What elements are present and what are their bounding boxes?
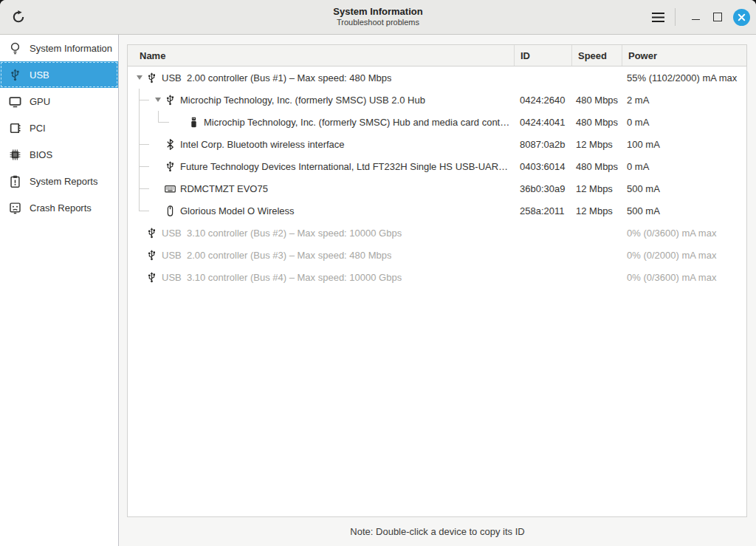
device-power: 0 mA: [622, 111, 746, 133]
expander-arrow: [152, 133, 164, 155]
footer-note: Note: Double-click a device to copy its …: [119, 517, 756, 546]
display-icon: [9, 95, 21, 108]
device-row[interactable]: Intel Corp. Bluetooth wireless interface…: [128, 133, 746, 155]
device-id: 36b0:30a9: [515, 177, 572, 199]
device-id: 258a:2011: [515, 199, 572, 222]
device-power: 500 mA: [622, 199, 746, 222]
device-speed: 480 Mbps: [572, 89, 622, 111]
table-header: Name ID Speed Power: [128, 45, 746, 66]
device-name: Microchip Technology, Inc. (formerly SMS…: [180, 95, 425, 106]
usb-icon: [145, 227, 157, 239]
device-name-cell: USB 3.10 controller (Bus #2) – Max speed…: [128, 222, 515, 244]
tree-connector-line: [140, 188, 149, 189]
maximize-button[interactable]: [708, 7, 727, 27]
mouse-icon: [164, 205, 176, 216]
tree-connector-line: [140, 144, 149, 145]
tree-connector-line: [139, 89, 140, 111]
device-power: 0% (0/3600) mA max: [622, 222, 746, 244]
window-title: System Information: [333, 7, 422, 18]
device-name-cell: USB 2.00 controller (Bus #1) – Max speed…: [128, 66, 515, 89]
main-pane: Name ID Speed Power USB 2.00 controller …: [119, 35, 756, 546]
device-speed: 12 Mbps: [572, 133, 622, 155]
expander-arrow: [152, 177, 164, 199]
keyboard-icon: [164, 182, 176, 194]
device-table: Name ID Speed Power USB 2.00 controller …: [127, 44, 747, 517]
device-power: 100 mA: [622, 133, 746, 155]
sidebar-item-crash-reports[interactable]: Crash Reports: [0, 194, 118, 221]
device-name-cell: Intel Corp. Bluetooth wireless interface: [128, 133, 515, 155]
device-power: 2 mA: [622, 89, 746, 111]
device-speed: [572, 66, 622, 89]
device-name: USB 3.10 controller (Bus #2) – Max speed…: [162, 228, 402, 239]
sidebar-item-pci[interactable]: PCI: [0, 115, 118, 141]
refresh-icon: [11, 10, 26, 24]
column-header-id[interactable]: ID: [515, 45, 572, 66]
device-name: USB 2.00 controller (Bus #3) – Max speed…: [162, 250, 391, 261]
tree-connector-line: [140, 100, 149, 100]
expander-arrow: [152, 155, 164, 177]
clipboard-icon: [9, 175, 21, 188]
expander-arrow[interactable]: [152, 89, 164, 111]
sidebar-item-gpu[interactable]: GPU: [0, 88, 118, 115]
refresh-button[interactable]: [10, 8, 27, 26]
tree-connector-line: [140, 211, 149, 211]
device-name-cell: Glorious Model O Wireless: [128, 199, 515, 222]
device-name: Microchip Technology, Inc. (formerly SMS…: [204, 117, 509, 128]
crash-face-icon: [9, 202, 21, 214]
column-header-power[interactable]: Power: [622, 45, 746, 66]
controls-separator: [675, 8, 676, 26]
close-button[interactable]: [733, 9, 750, 26]
window-subtitle: Troubleshoot problems: [333, 18, 422, 27]
device-power: 55% (1102/2000) mA max: [622, 66, 746, 89]
device-name-cell: RDMCTMZT EVO75: [128, 177, 515, 199]
device-speed: 480 Mbps: [572, 111, 622, 133]
device-id: [515, 66, 572, 89]
device-row[interactable]: RDMCTMZT EVO75 36b0:30a9 12 Mbps 500 mA: [128, 177, 746, 199]
device-row[interactable]: USB 2.00 controller (Bus #3) – Max speed…: [128, 244, 746, 266]
device-id: [515, 222, 572, 244]
sidebar: System Information USB GPU PCI BIOS Syst…: [0, 35, 119, 546]
tree-connector-line: [139, 111, 140, 133]
device-row[interactable]: Glorious Model O Wireless 258a:2011 12 M…: [128, 199, 746, 222]
lightbulb-icon: [9, 42, 21, 55]
maximize-icon: [713, 13, 722, 21]
device-row[interactable]: USB 2.00 controller (Bus #1) – Max speed…: [128, 66, 746, 89]
device-row[interactable]: Microchip Technology, Inc. (formerly SMS…: [128, 89, 746, 111]
device-power: 0% (0/2000) mA max: [622, 244, 746, 266]
column-header-name[interactable]: Name: [128, 45, 515, 66]
table-body: USB 2.00 controller (Bus #1) – Max speed…: [128, 66, 746, 516]
sidebar-item-usb[interactable]: USB: [0, 61, 118, 88]
device-speed: 480 Mbps: [572, 155, 622, 177]
device-name: USB 2.00 controller (Bus #1) – Max speed…: [162, 72, 391, 83]
column-header-speed[interactable]: Speed: [572, 45, 622, 66]
pci-card-icon: [9, 122, 21, 134]
tree-connector-line: [139, 199, 140, 211]
tree-connector-line: [139, 177, 140, 199]
expander-arrow: [152, 199, 164, 222]
usb-icon: [164, 160, 176, 172]
device-speed: 12 Mbps: [572, 199, 622, 222]
sidebar-item-bios[interactable]: BIOS: [0, 141, 118, 168]
sidebar-item-system-information[interactable]: System Information: [0, 35, 118, 61]
expander-arrow: [176, 111, 188, 133]
tree-connector-line: [159, 122, 169, 123]
device-speed: [572, 244, 622, 266]
device-row[interactable]: USB 3.10 controller (Bus #4) – Max speed…: [128, 266, 746, 288]
device-id: 0424:2640: [515, 89, 572, 111]
device-row[interactable]: USB 3.10 controller (Bus #2) – Max speed…: [128, 222, 746, 244]
device-id: 8087:0a2b: [515, 133, 572, 155]
device-name-cell: Microchip Technology, Inc. (formerly SMS…: [128, 89, 515, 111]
minimize-icon: [692, 19, 700, 20]
hamburger-menu-button[interactable]: [647, 6, 669, 28]
device-speed: [572, 266, 622, 288]
tree-connector-line: [139, 133, 140, 155]
minimize-button[interactable]: [686, 7, 705, 27]
device-name-cell: Future Technology Devices International,…: [128, 155, 515, 177]
device-row[interactable]: Microchip Technology, Inc. (formerly SMS…: [128, 111, 746, 133]
tree-connector-line: [158, 111, 159, 123]
sidebar-item-system-reports[interactable]: System Reports: [0, 168, 118, 194]
expander-arrow[interactable]: [134, 66, 145, 89]
device-row[interactable]: Future Technology Devices International,…: [128, 155, 746, 177]
usb-icon: [145, 249, 157, 261]
tree-connector-line: [140, 166, 149, 167]
